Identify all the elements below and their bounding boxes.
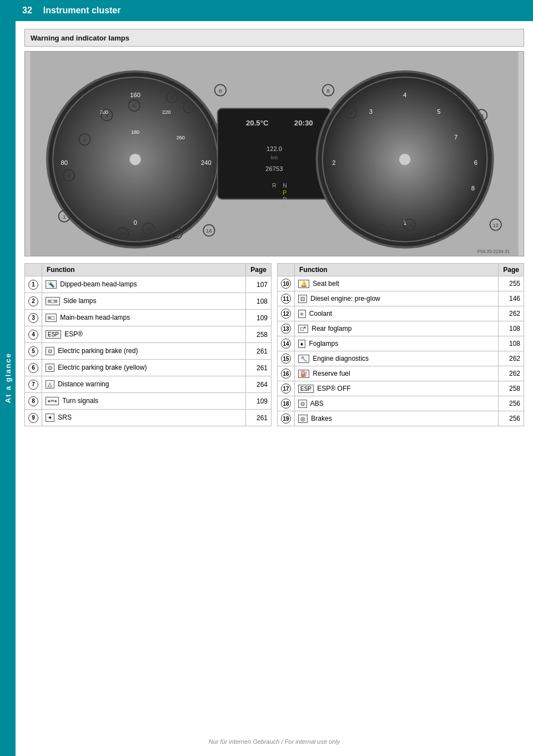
function-icon: ESP [298,385,314,393]
svg-text:16: 16 [206,228,212,234]
left-table-row: 7 △ Distance warning 264 [25,376,271,393]
row-page: 262 [499,366,524,381]
sidebar-label: At a glance [4,352,12,403]
tables-wrapper: Function Page 1 🔦 Dipped-beam head-lamps… [24,263,524,426]
left-col-page: Page [246,264,271,276]
circle-number: 9 [28,413,38,423]
row-page: 108 [246,293,271,310]
function-icon: ↩↪ [46,397,59,405]
circle-number: 3 [28,313,38,323]
right-table-row: 12 ≈ Coolant 262 [278,306,524,321]
row-num: 8 [25,393,42,410]
right-table-row: 13 □* Rear foglamp 108 [278,321,524,336]
function-icon: ≈ [298,310,306,318]
left-table-row: 1 🔦 Dipped-beam head-lamps 107 [25,276,271,293]
svg-text:13: 13 [436,228,441,234]
function-icon: 🔦 [46,280,57,289]
function-description: Seat belt [313,280,339,288]
svg-text:8: 8 [219,88,222,94]
circle-number: 4 [28,330,38,340]
svg-text:20:30: 20:30 [294,119,313,127]
left-col-empty [25,264,42,276]
page-number: 32 [22,6,32,16]
svg-text:2: 2 [332,159,335,166]
svg-text:P: P [283,190,286,196]
left-table-row: 9 ✦ SRS 261 [25,410,271,426]
row-num: 6 [25,360,42,376]
svg-text:20.5°C: 20.5°C [246,119,269,127]
row-num: 4 [25,326,42,343]
circle-number: 15 [281,354,291,364]
row-page: 109 [246,393,271,410]
svg-text:220: 220 [162,109,170,115]
row-function: ⊙ Electric parking brake (yellow) [42,360,246,376]
right-table-row: 17 ESP ESP® OFF 258 [278,381,524,396]
row-page: 264 [246,376,271,393]
function-icon: ⊙ [46,364,54,372]
svg-text:11: 11 [479,113,484,119]
row-function: ESP ESP® OFF [295,381,499,396]
row-num: 17 [278,381,295,396]
circle-number: 13 [281,324,291,334]
row-num: 5 [25,343,42,360]
row-function: ⛽ Reserve fuel [295,366,499,381]
svg-text:R: R [272,183,276,189]
sidebar-tab: At a glance [0,0,16,756]
svg-text:S: S [283,203,286,209]
function-description: Diesel engine: pre-glow [310,295,380,303]
svg-text:5: 5 [437,108,440,115]
row-num: 7 [25,376,42,393]
circle-number: 8 [28,396,38,406]
function-icon: 🔧 [298,355,309,363]
row-page: 146 [499,291,524,306]
row-function: ↩↪ Turn signals [42,393,246,410]
row-function: ESP ESP® [42,326,246,343]
row-function: ✦ SRS [42,410,246,426]
svg-text:N: N [283,183,286,189]
circle-number: 10 [281,279,291,289]
row-num: 2 [25,293,42,310]
row-page: 258 [246,326,271,343]
function-icon: 🔔 [298,280,309,288]
left-table-row: 5 ⊙ Electric parking brake (red) 261 [25,343,271,360]
function-description: ABS [310,400,324,407]
svg-text:26753: 26753 [265,165,283,172]
function-description: Turn signals [62,397,98,405]
function-description: Engine diagnostics [313,355,369,362]
svg-text:9: 9 [349,110,352,116]
row-num: 10 [278,276,295,291]
svg-text:2: 2 [67,173,70,179]
function-description: Electric parking brake (yellow) [58,364,147,371]
svg-text:122.0: 122.0 [266,145,282,152]
right-table: Function Page 10 🔔 Seat belt 255 11 ⊡ Di… [277,263,524,426]
row-page: 109 [246,310,271,326]
row-num: 3 [25,310,42,326]
svg-text:D: D [283,196,286,203]
main-content: Warning and indicator lamps [16,21,533,434]
watermark-text: Nur für internen Gebrauch / For internal… [209,738,340,745]
right-table-row: 19 ◎ Brakes 256 [278,411,524,426]
row-function: ♦ Foglamps [295,336,499,351]
right-table-row: 14 ♦ Foglamps 108 [278,336,524,351]
row-function: 🔧 Engine diagnostics [295,351,499,366]
svg-text:260: 260 [177,135,185,140]
svg-text:4: 4 [105,113,108,119]
row-num: 1 [25,276,42,293]
circle-number: 11 [281,294,291,304]
page-title: Instrument cluster [43,6,121,16]
right-table-row: 10 🔔 Seat belt 255 [278,276,524,291]
row-num: 13 [278,321,295,336]
function-description: ESP® OFF [317,385,350,392]
circle-number: 1 [28,280,38,290]
warning-box: Warning and indicator lamps [24,29,524,47]
right-table-row: 11 ⊡ Diesel engine: pre-glow 146 [278,291,524,306]
svg-text:7: 7 [188,105,190,110]
row-function: △ Distance warning [42,376,246,393]
function-icon: ♦ [298,340,305,348]
svg-text:12: 12 [493,223,499,228]
function-icon: □* [298,325,308,333]
cluster-svg: 160 0 80 240 180 200 220 260 20.5°C 20:3… [25,52,524,256]
function-icon: ≡□ [46,314,57,322]
right-col-empty [278,264,295,276]
circle-number: 5 [28,346,38,356]
